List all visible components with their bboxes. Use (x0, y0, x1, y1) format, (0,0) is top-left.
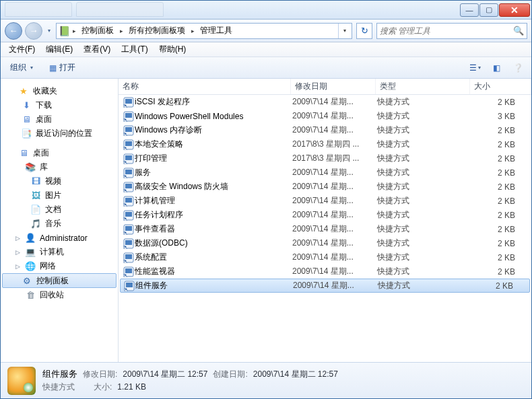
file-type: 快捷方式 (377, 124, 471, 136)
shortcut-icon (123, 111, 135, 122)
sidebar-favorites[interactable]: ★ 收藏夹 (1, 84, 118, 98)
menu-view[interactable]: 查看(V) (78, 42, 116, 57)
search-icon[interactable]: 🔍 (513, 26, 524, 36)
shortcut-icon (123, 196, 135, 207)
svg-rect-3 (125, 113, 132, 118)
sidebar-desktop-fav[interactable]: 🖥 桌面 (1, 112, 118, 126)
file-row[interactable]: iSCSI 发起程序2009\7\14 星期...快捷方式2 KB (119, 95, 531, 109)
close-button[interactable]: ✕ (499, 3, 530, 17)
folder-icon: 💻 (25, 247, 36, 258)
svg-rect-17 (125, 212, 132, 217)
file-row[interactable]: 打印管理2017\8\3 星期四 ...快捷方式2 KB (119, 151, 531, 166)
sidebar-libraries[interactable]: 📚 库 (1, 160, 118, 174)
lib-icon: 🖼 (30, 190, 41, 201)
file-row[interactable]: 组件服务2009\7\14 星期...快捷方式2 KB (120, 279, 530, 293)
sidebar-lib-item[interactable]: 🖼图片 (1, 188, 118, 203)
col-type[interactable]: 类型 (376, 79, 470, 94)
file-type: 快捷方式 (377, 252, 471, 263)
sidebar-item-计算机[interactable]: ▷💻计算机 (1, 245, 118, 259)
chevron-down-icon: ▾ (30, 65, 33, 71)
sidebar-lib-item[interactable]: 📄文档 (1, 203, 118, 217)
expand-icon: ▷ (14, 249, 21, 256)
file-row[interactable]: 服务2009\7\14 星期...快捷方式2 KB (119, 166, 531, 180)
menu-tools[interactable]: 工具(T) (116, 42, 153, 57)
menu-help[interactable]: 帮助(H) (154, 42, 192, 57)
breadcrumb-sep[interactable]: ▸ (189, 24, 197, 38)
file-date: 2017\8\3 星期四 ... (292, 153, 377, 164)
file-type: 快捷方式 (377, 181, 471, 192)
file-name: 系统配置 (135, 252, 292, 263)
file-size: 2 KB (471, 196, 531, 206)
minimize-button[interactable]: — (460, 3, 479, 17)
file-row[interactable]: 事件查看器2009\7\14 星期...快捷方式2 KB (119, 222, 531, 236)
sidebar-item-label: 图片 (45, 190, 61, 201)
menu-file[interactable]: 文件(F) (3, 42, 40, 57)
file-row[interactable]: 系统配置2009\7\14 星期...快捷方式2 KB (119, 250, 531, 264)
bg-tab (76, 2, 164, 17)
file-date: 2017\8\3 星期四 ... (292, 139, 377, 150)
sidebar-desktop[interactable]: 🖥 桌面 (1, 146, 118, 160)
address-dropdown[interactable]: ▾ (338, 24, 350, 38)
search-box[interactable]: 🔍 (376, 23, 527, 39)
breadcrumb-seg[interactable]: 管理工具 (197, 24, 236, 38)
sidebar-lib-item[interactable]: 🎵音乐 (1, 217, 118, 231)
view-options-button[interactable]: ☰ ▾ (467, 60, 483, 76)
sidebar-item-回收站[interactable]: 🗑回收站 (1, 288, 118, 302)
sidebar-downloads[interactable]: ⬇ 下载 (1, 98, 118, 112)
shortcut-icon (123, 238, 135, 249)
file-type: 快捷方式 (377, 266, 471, 277)
svg-rect-23 (125, 254, 132, 259)
breadcrumb-sep[interactable]: ▸ (117, 24, 125, 38)
svg-rect-7 (125, 141, 132, 146)
sidebar-item-网络[interactable]: ▷🌐网络 (1, 259, 118, 273)
sidebar-item-控制面板[interactable]: ⚙控制面板 (2, 273, 117, 288)
shortcut-icon (123, 125, 135, 136)
file-size: 3 KB (471, 112, 531, 121)
sidebar-recent[interactable]: 📑 最近访问的位置 (1, 126, 118, 141)
file-date: 2009\7\14 星期... (292, 223, 377, 235)
file-type: 快捷方式 (377, 110, 471, 122)
svg-rect-9 (125, 155, 132, 160)
sidebar-item-label: 视频 (45, 176, 61, 187)
col-size[interactable]: 大小 (470, 79, 531, 94)
breadcrumb-seg[interactable]: 控制面板 (78, 24, 117, 38)
file-date: 2009\7\14 星期... (292, 124, 377, 136)
file-type: 快捷方式 (377, 238, 471, 249)
sidebar-lib-item[interactable]: 🎞视频 (1, 174, 118, 188)
col-date[interactable]: 修改日期 (291, 79, 376, 94)
search-input[interactable] (380, 26, 513, 36)
history-dropdown[interactable]: ▾ (45, 22, 53, 40)
file-row[interactable]: Windows PowerShell Modules2009\7\14 星期..… (119, 109, 531, 123)
forward-button[interactable]: → (25, 22, 42, 40)
file-row[interactable]: 本地安全策略2017\8\3 星期四 ...快捷方式2 KB (119, 137, 531, 151)
file-row[interactable]: 高级安全 Windows 防火墙2009\7\14 星期...快捷方式2 KB (119, 180, 531, 194)
svg-rect-25 (125, 268, 132, 273)
breadcrumb-seg[interactable]: 所有控制面板项 (125, 24, 189, 38)
file-row[interactable]: Windows 内存诊断2009\7\14 星期...快捷方式2 KB (119, 123, 531, 137)
file-date: 2009\7\14 星期... (292, 209, 377, 221)
file-size: 2 KB (471, 126, 531, 135)
preview-pane-button[interactable]: ◧ (488, 60, 504, 76)
file-row[interactable]: 性能监视器2009\7\14 星期...快捷方式2 KB (119, 264, 531, 279)
breadcrumb-sep[interactable]: ▸ (70, 24, 78, 38)
file-row[interactable]: 计算机管理2009\7\14 星期...快捷方式2 KB (119, 194, 531, 208)
bg-tab (5, 2, 72, 17)
refresh-button[interactable]: ↻ (356, 23, 372, 39)
help-button[interactable]: ❔ (510, 60, 526, 76)
menu-edit[interactable]: 编辑(E) (40, 42, 78, 57)
expand-icon: ▷ (14, 263, 21, 270)
chevron-down-icon: ▾ (478, 65, 481, 71)
back-button[interactable]: ← (5, 22, 22, 40)
file-type: 快捷方式 (378, 280, 472, 291)
file-row[interactable]: 数据源(ODBC)2009\7\14 星期...快捷方式2 KB (119, 236, 531, 250)
maximize-button[interactable]: ▢ (479, 3, 498, 17)
sidebar-item-Administrator[interactable]: ▷👤Administrator (1, 231, 118, 245)
col-name[interactable]: 名称 (119, 79, 291, 94)
open-button[interactable]: ▦ 打开 (45, 60, 79, 75)
file-type: 快捷方式 (377, 153, 471, 164)
recent-icon: 📑 (21, 129, 32, 139)
address-bar[interactable]: 📗 ▸ 控制面板 ▸ 所有控制面板项 ▸ 管理工具 ▾ (56, 23, 352, 39)
file-row[interactable]: 任务计划程序2009\7\14 星期...快捷方式2 KB (119, 208, 531, 222)
organize-button[interactable]: 组织 ▾ (6, 60, 37, 75)
desktop-icon: 🖥 (21, 114, 32, 125)
